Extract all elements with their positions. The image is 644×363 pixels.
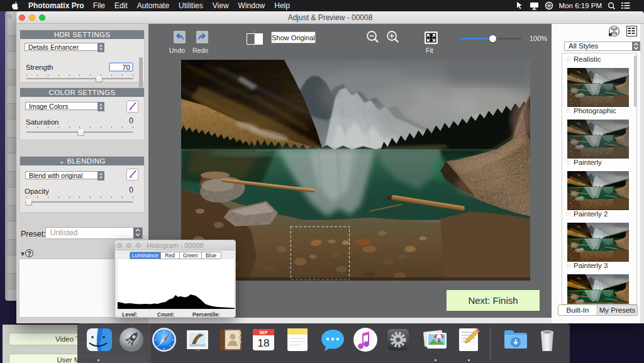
svg-text:18: 18 [258, 337, 270, 349]
svg-text:SEP: SEP [259, 330, 268, 335]
svg-text:USA: USA [195, 349, 201, 352]
